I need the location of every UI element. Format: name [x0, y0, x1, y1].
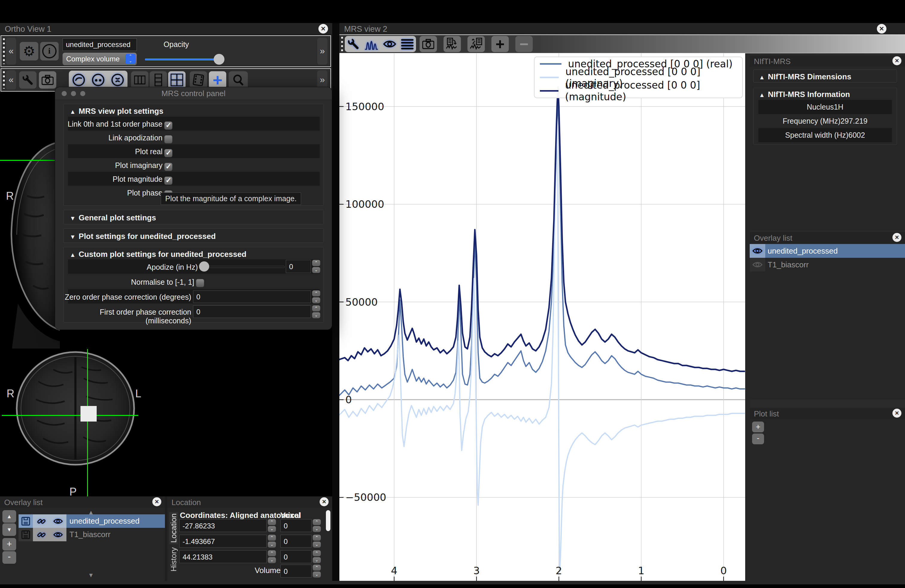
toolbar-collapse-left-icon[interactable]: «: [6, 38, 16, 65]
overlay-row-t1[interactable]: T1_biascorr: [750, 258, 905, 272]
voxel-x-field[interactable]: 0: [280, 519, 311, 532]
plot-list-close-icon[interactable]: ✕: [892, 408, 902, 418]
coord-y-field[interactable]: -1.493667: [179, 535, 267, 548]
link-icon[interactable]: [37, 517, 46, 526]
mrs-close-icon[interactable]: ✕: [877, 24, 886, 33]
voxel-x-spinner[interactable]: ⌃⌄: [313, 519, 321, 532]
overlay-add-button[interactable]: +: [2, 538, 16, 551]
plot-add-button[interactable]: +: [752, 421, 764, 432]
toolbar-drag-handle[interactable]: [3, 71, 5, 89]
zero-order-field[interactable]: 0: [193, 291, 311, 303]
import-data-button[interactable]: [443, 36, 461, 52]
nifti-close-icon[interactable]: ✕: [892, 56, 902, 65]
add-series-button[interactable]: +: [491, 36, 509, 52]
overlay-move-up-button[interactable]: ▲: [2, 510, 16, 523]
overlay-remove-button[interactable]: -: [2, 551, 16, 564]
overlay-row-unedited[interactable]: unedited_processed: [750, 244, 905, 258]
tab-history[interactable]: History: [169, 547, 178, 572]
axial-view-toggle-icon[interactable]: [110, 73, 125, 87]
ortho-close-icon[interactable]: ✕: [318, 24, 328, 33]
link-icon[interactable]: [37, 530, 46, 539]
opacity-slider-thumb[interactable]: [214, 54, 224, 65]
overlay-display-settings-button[interactable]: ⚙: [20, 42, 38, 60]
apodize-slider-thumb[interactable]: [199, 261, 209, 272]
remove-series-button[interactable]: −: [515, 36, 533, 52]
toolbar-drag-handle[interactable]: [3, 38, 5, 64]
apodize-value-field[interactable]: 0: [286, 260, 311, 273]
export-data-button[interactable]: [467, 36, 485, 52]
plot-screenshot-button[interactable]: [419, 36, 437, 52]
location-scrollbar[interactable]: [326, 510, 330, 531]
first-order-spinner[interactable]: ⌃⌄: [312, 305, 320, 318]
zero-order-spinner[interactable]: ⌃⌄: [312, 291, 320, 303]
layout-grid-button[interactable]: [168, 71, 186, 89]
crosshair-toggle-button[interactable]: +: [209, 71, 226, 89]
overlay-row-t1[interactable]: T1_biascorr: [19, 528, 165, 541]
coord-z-spinner[interactable]: ⌃⌄: [268, 550, 276, 563]
overlay-list-right-close-icon[interactable]: ✕: [892, 233, 902, 242]
nifti-information-section[interactable]: ▲NIfTI-MRS Information Nucleus1H Frequen…: [753, 88, 897, 145]
eye-icon[interactable]: [383, 39, 396, 49]
coord-x-field[interactable]: -27.86233: [179, 519, 267, 532]
visibility-toggle[interactable]: [750, 244, 765, 258]
toolbar-expand-right-icon[interactable]: »: [317, 38, 327, 65]
minimize-dot-icon[interactable]: [71, 91, 76, 96]
checkbox-link-phase[interactable]: [164, 122, 172, 130]
opacity-slider[interactable]: [145, 54, 244, 64]
toolbar-drag-handle[interactable]: [341, 37, 343, 51]
voxel-y-spinner[interactable]: ⌃⌄: [313, 535, 321, 548]
apodize-spinner[interactable]: ⌃⌄: [312, 260, 320, 273]
eye-icon[interactable]: [53, 531, 63, 538]
save-overlay-button[interactable]: [19, 514, 33, 528]
general-plot-settings-section[interactable]: ▼General plot settings: [64, 210, 324, 224]
zoom-dot-icon[interactable]: [80, 91, 85, 96]
volume-spinner[interactable]: ⌃⌄: [313, 565, 321, 577]
movie-mode-button[interactable]: [190, 71, 207, 89]
spectrum-peaks-icon[interactable]: [365, 38, 378, 50]
plot-remove-button[interactable]: -: [752, 434, 764, 444]
traffic-light-icons[interactable]: [62, 91, 89, 97]
voxel-y-field[interactable]: 0: [280, 535, 311, 548]
first-order-field[interactable]: 0: [193, 305, 311, 318]
screenshot-button[interactable]: [39, 71, 56, 89]
overlay-list-left-close-icon[interactable]: ✕: [152, 497, 161, 506]
checkbox-normalise[interactable]: [196, 279, 204, 287]
save-overlay-button[interactable]: [19, 528, 33, 541]
voxel-z-field[interactable]: 0: [280, 550, 311, 563]
mrs-view-plot-settings-section[interactable]: ▲MRS view plot settings Link 0th and 1st…: [64, 104, 324, 206]
checkbox-plot-magnitude[interactable]: [164, 176, 172, 185]
overlay-info-button[interactable]: i: [40, 42, 59, 60]
eye-icon[interactable]: [53, 518, 63, 525]
apodize-slider[interactable]: [200, 261, 284, 272]
custom-plot-settings-section[interactable]: ▲Custom plot settings for unedited_proce…: [64, 247, 324, 323]
layout-horizontal-button[interactable]: [131, 71, 148, 89]
tab-location[interactable]: Location: [169, 512, 178, 544]
coronal-view-toggle-icon[interactable]: [91, 73, 105, 87]
overlay-row-unedited[interactable]: unedited_processed: [19, 514, 165, 528]
checkbox-plot-real[interactable]: [164, 149, 172, 157]
overlay-name-field[interactable]: unedited_processed: [62, 38, 137, 51]
sagittal-view-toggle-icon[interactable]: [71, 73, 86, 87]
mrs-panel-titlebar[interactable]: MRS control panel: [55, 87, 332, 100]
plot-settings-section[interactable]: ▼Plot settings for unedited_processed: [64, 229, 324, 243]
nifti-dimensions-section[interactable]: ▲NIfTI-MRS Dimensions: [753, 70, 897, 83]
overlay-move-down-button[interactable]: ▼: [2, 523, 16, 536]
checkbox-link-apodization[interactable]: [164, 135, 172, 143]
location-close-icon[interactable]: ✕: [320, 497, 329, 506]
mrs-spectrum-plot[interactable]: 150000100000500000−5000043210 unedited_p…: [340, 53, 745, 581]
coord-x-spinner[interactable]: ⌃⌄: [268, 519, 276, 532]
toolbar-collapse-left-icon[interactable]: «: [6, 70, 16, 89]
view-settings-button[interactable]: [19, 71, 37, 89]
close-dot-icon[interactable]: [62, 91, 67, 96]
mrs-control-panel[interactable]: MRS control panel ▲MRS view plot setting…: [55, 87, 332, 330]
visibility-toggle[interactable]: [750, 258, 765, 272]
list-lines-icon[interactable]: [401, 39, 414, 49]
coord-z-field[interactable]: 44.21383: [179, 550, 267, 563]
checkbox-plot-imaginary[interactable]: [164, 163, 172, 171]
mrs-settings-wrench-icon[interactable]: [347, 38, 360, 50]
layout-vertical-button[interactable]: [150, 71, 167, 89]
coord-y-spinner[interactable]: ⌃⌄: [268, 535, 276, 548]
zoom-reset-button[interactable]: [229, 71, 248, 89]
overlay-type-dropdown[interactable]: Complex volume ⌃⌄: [62, 53, 137, 65]
volume-field[interactable]: 0: [280, 565, 311, 577]
